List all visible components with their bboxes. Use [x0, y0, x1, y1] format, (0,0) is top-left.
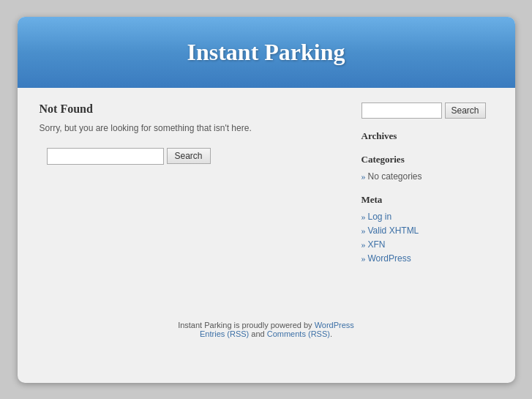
- footer-comments-link[interactable]: Comments (RSS): [267, 329, 330, 338]
- footer: Instant Parking is proudly powered by Wo…: [18, 306, 515, 353]
- meta-title: Meta: [361, 194, 493, 206]
- not-found-title: Not Found: [40, 102, 332, 116]
- meta-login-row: » Log in: [361, 212, 493, 223]
- sidebar: Search Archives Categories » No categori…: [361, 102, 493, 277]
- meta-xfn-row: » XFN: [361, 239, 493, 251]
- sidebar-search-form: Search: [361, 102, 493, 119]
- footer-text: Instant Parking is proudly powered by Wo…: [32, 321, 501, 329]
- main-search-form: Search: [47, 148, 332, 165]
- archives-title: Archives: [361, 130, 493, 142]
- footer-entries-link[interactable]: Entries (RSS): [200, 329, 249, 338]
- site-title: Instant Parking: [32, 39, 501, 66]
- meta-xhtml-row: » Valid XHTML: [361, 225, 493, 237]
- footer-wordpress-link[interactable]: WordPress: [315, 321, 354, 329]
- categories-section: Categories » No categories: [361, 154, 493, 182]
- bullet-icon: »: [361, 253, 366, 264]
- main-search-button[interactable]: Search: [167, 148, 211, 164]
- meta-wordpress-link[interactable]: WordPress: [368, 253, 411, 264]
- categories-title: Categories: [361, 154, 493, 165]
- page-wrapper: Instant Parking Not Found Sorry, but you…: [18, 17, 515, 383]
- meta-login-link[interactable]: Log in: [368, 212, 392, 222]
- meta-xfn-link[interactable]: XFN: [368, 239, 386, 250]
- not-found-message: Sorry, but you are looking for something…: [40, 123, 332, 133]
- bullet-icon: »: [361, 171, 366, 182]
- footer-suffix: .: [330, 329, 332, 338]
- bullet-icon: »: [361, 225, 366, 236]
- bullet-icon: »: [361, 212, 366, 223]
- sidebar-search-input[interactable]: [361, 102, 442, 119]
- sidebar-search-button[interactable]: Search: [445, 102, 486, 119]
- main-column: Not Found Sorry, but you are looking for…: [40, 102, 347, 277]
- main-search-input[interactable]: [47, 148, 164, 165]
- content-area: Not Found Sorry, but you are looking for…: [18, 88, 515, 291]
- meta-section: Meta » Log in » Valid XHTML » XFN » Word…: [361, 194, 493, 265]
- no-categories-row: » No categories: [361, 171, 493, 182]
- bullet-icon: »: [361, 239, 366, 250]
- meta-xhtml-link[interactable]: Valid XHTML: [368, 225, 419, 236]
- footer-rss: Entries (RSS) and Comments (RSS).: [32, 329, 501, 338]
- footer-and: and: [249, 329, 266, 338]
- site-header: Instant Parking: [18, 17, 515, 88]
- archives-section: Archives: [361, 130, 493, 142]
- footer-prefix: Instant Parking is proudly powered by: [178, 321, 315, 329]
- no-categories-label: No categories: [368, 171, 422, 182]
- meta-wordpress-row: » WordPress: [361, 253, 493, 265]
